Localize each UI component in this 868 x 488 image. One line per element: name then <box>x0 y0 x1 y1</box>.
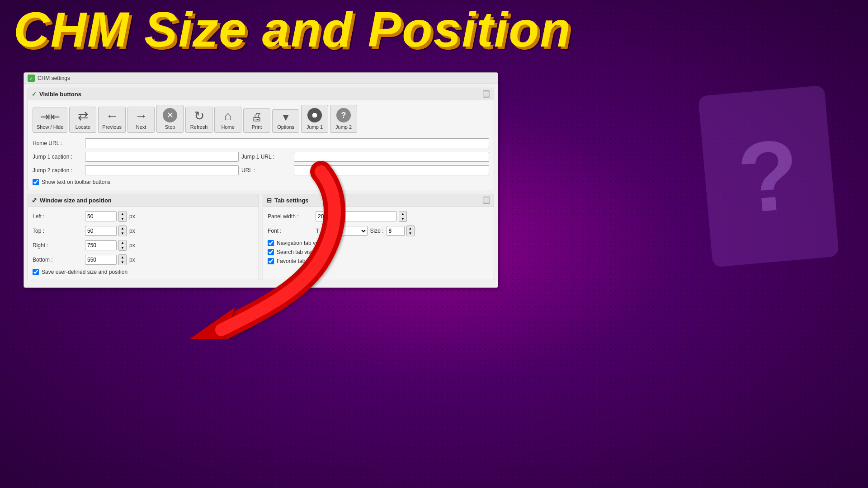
show-hide-button[interactable]: ⇥⇤ Show / Hide <box>33 108 67 133</box>
font-select[interactable]: Arial Times New Roman Verdana <box>322 226 368 236</box>
visible-buttons-title: ✓ Visible buttons <box>32 91 81 98</box>
options-label: Options <box>277 124 294 130</box>
jump1-url-input[interactable] <box>294 152 489 162</box>
tab-settings-header: ⊟ Tab settings ⬜ <box>263 194 494 206</box>
tab-settings-title: ⊟ Tab settings <box>267 197 309 204</box>
chm-settings-window: ✓ CHM settings ✓ Visible buttons ⬜ ⇥⇤ Sh… <box>24 72 498 288</box>
section-expand-btn[interactable]: ⬜ <box>483 90 490 98</box>
font-label: Font : <box>268 228 313 234</box>
print-icon: 🖨 <box>251 112 262 122</box>
jump2-caption-label: Jump 2 caption : <box>33 167 82 174</box>
right-spinbox-wrap: ▲ ▼ <box>85 240 127 251</box>
jump2-icon: ? <box>336 108 351 122</box>
tab-settings-icon: ⊟ <box>267 197 272 204</box>
favorite-tab-label: Favorite tab visible <box>277 258 322 264</box>
window-icon: ✓ <box>28 75 35 82</box>
page-title: CHM Size and Position <box>14 5 571 54</box>
bottom-spin-up[interactable]: ▲ <box>119 255 126 260</box>
toolbar-buttons-row: ⇥⇤ Show / Hide ⇄ Locate ← Previous → Nex… <box>33 105 489 133</box>
font-size-spin-down[interactable]: ▼ <box>407 231 414 236</box>
favorite-tab-checkbox[interactable] <box>268 258 274 264</box>
right-spin-down[interactable]: ▼ <box>119 245 126 250</box>
show-hide-label: Show / Hide <box>37 124 63 130</box>
home-url-input[interactable] <box>85 138 489 148</box>
next-button[interactable]: → Next <box>127 107 155 133</box>
top-input[interactable] <box>85 226 117 236</box>
jump1-button[interactable]: ⏺ Jump 1 <box>301 105 328 133</box>
right-label: Right : <box>33 242 82 249</box>
checkmark-icon: ✓ <box>32 91 37 98</box>
print-button[interactable]: 🖨 Print <box>243 108 270 133</box>
visible-buttons-header: ✓ Visible buttons ⬜ <box>28 88 494 100</box>
bottom-input[interactable] <box>85 255 117 265</box>
favorite-tab-row: Favorite tab visible <box>268 258 489 264</box>
jump1-label: Jump 1 <box>307 124 323 130</box>
jump2-button[interactable]: ? Jump 2 <box>330 105 357 133</box>
question-mark-decoration: ? <box>698 85 839 267</box>
refresh-label: Refresh <box>190 124 208 130</box>
jump2-url-input[interactable] <box>294 165 489 175</box>
save-size-row: Save user-defined size and position <box>33 269 254 275</box>
options-button[interactable]: ▼ Options <box>272 109 299 133</box>
refresh-icon: ↻ <box>194 110 204 122</box>
locate-button[interactable]: ⇄ Locate <box>69 107 96 133</box>
stop-icon: ✕ <box>163 108 177 122</box>
home-url-label: Home URL : <box>33 140 82 146</box>
window-size-header: ⤢ Window size and position <box>28 194 259 206</box>
save-size-checkbox[interactable] <box>33 269 39 275</box>
font-size-spin-up[interactable]: ▲ <box>407 226 414 231</box>
jump1-caption-input[interactable] <box>85 152 239 162</box>
right-px: px <box>129 242 135 249</box>
left-spin-buttons: ▲ ▼ <box>118 211 127 222</box>
show-text-checkbox[interactable] <box>33 179 39 185</box>
left-label: Left : <box>33 213 82 220</box>
visible-buttons-section: ✓ Visible buttons ⬜ ⇥⇤ Show / Hide ⇄ Loc… <box>28 88 494 190</box>
bottom-spin-down[interactable]: ▼ <box>119 260 126 265</box>
jump1-caption-row: Jump 1 caption : Jump 1 URL : <box>33 152 489 162</box>
nav-tab-checkbox[interactable] <box>268 240 274 246</box>
font-size-input[interactable] <box>387 226 405 236</box>
resize-icon: ⤢ <box>32 197 37 204</box>
show-text-row: Show text on toolbar buttons <box>33 179 489 185</box>
window-title-bar: ✓ CHM settings <box>24 73 498 84</box>
top-px: px <box>129 228 135 234</box>
search-tab-label: Search tab visible <box>277 249 320 255</box>
jump1-caption-label: Jump 1 caption : <box>33 154 82 160</box>
panel-width-input[interactable] <box>316 211 397 221</box>
panel-width-spin-down[interactable]: ▼ <box>399 216 406 221</box>
tab-section-expand-btn[interactable]: ⬜ <box>483 197 490 204</box>
top-spin-up[interactable]: ▲ <box>119 226 126 231</box>
previous-label: Previous <box>102 124 122 130</box>
top-spin-down[interactable]: ▼ <box>119 231 126 236</box>
top-spin-buttons: ▲ ▼ <box>118 225 127 236</box>
panel-width-spin-buttons: ▲ ▼ <box>399 211 407 222</box>
right-spin-up[interactable]: ▲ <box>119 240 126 245</box>
jump2-url-label: URL : <box>241 167 291 174</box>
bottom-sections: ⤢ Window size and position Left : ▲ ▼ <box>28 194 494 284</box>
tab-settings-section: ⊟ Tab settings ⬜ Panel width : ▲ ▼ <box>263 194 494 280</box>
search-tab-checkbox[interactable] <box>268 249 274 255</box>
right-row: Right : ▲ ▼ px <box>33 240 254 251</box>
bottom-row: Bottom : ▲ ▼ px <box>33 254 254 265</box>
window-title: CHM settings <box>38 75 70 81</box>
options-icon: ▼ <box>281 113 291 122</box>
refresh-button[interactable]: ↻ Refresh <box>185 107 212 133</box>
left-spin-up[interactable]: ▲ <box>119 211 126 216</box>
jump1-url-label: Jump 1 URL : <box>241 154 291 160</box>
panel-width-label: Panel width : <box>268 213 313 220</box>
show-text-label: Show text on toolbar buttons <box>42 179 110 185</box>
left-input[interactable] <box>85 211 117 221</box>
jump2-caption-input[interactable] <box>85 165 239 175</box>
home-button[interactable]: ⌂ Home <box>214 107 241 133</box>
nav-tab-label: Navigation tab visible <box>277 240 328 246</box>
panel-width-wrap: ▲ ▼ <box>316 211 407 222</box>
panel-width-spin-up[interactable]: ▲ <box>399 211 406 216</box>
right-input[interactable] <box>85 240 117 250</box>
stop-button[interactable]: ✕ Stop <box>156 105 184 133</box>
left-spin-down[interactable]: ▼ <box>119 216 126 221</box>
jump2-caption-row: Jump 2 caption : URL : <box>33 165 489 175</box>
right-spin-buttons: ▲ ▼ <box>118 240 127 251</box>
bottom-spinbox-wrap: ▲ ▼ <box>85 254 127 265</box>
previous-button[interactable]: ← Previous <box>98 107 126 133</box>
home-icon: ⌂ <box>224 110 232 122</box>
